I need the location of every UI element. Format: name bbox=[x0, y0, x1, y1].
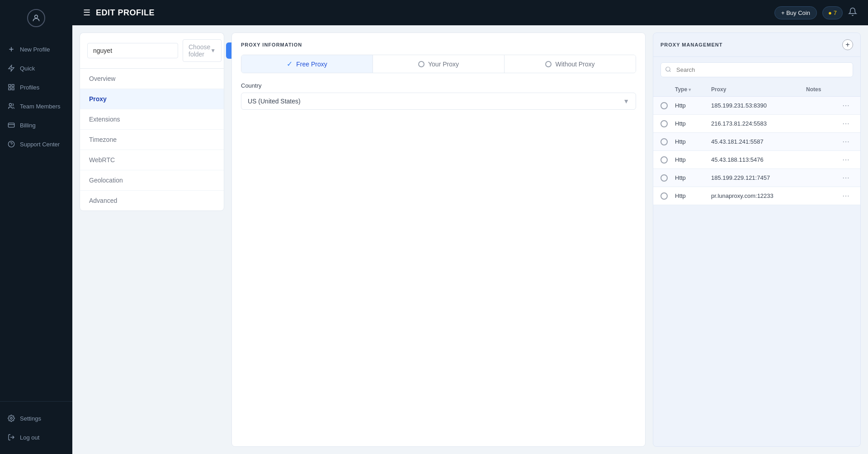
notification-icon[interactable] bbox=[848, 7, 857, 19]
proxy-type-1: Http bbox=[675, 120, 711, 127]
svg-point-13 bbox=[10, 417, 12, 419]
sidebar-item-team-members[interactable]: Team Members bbox=[0, 97, 72, 116]
chevron-down-icon: ▼ bbox=[623, 98, 629, 105]
tab-free-proxy[interactable]: ✓ Free Proxy bbox=[241, 55, 373, 73]
settings-icon bbox=[7, 414, 15, 422]
proxy-column-header: Proxy bbox=[711, 86, 806, 93]
sidebar-item-label: Team Members bbox=[20, 103, 61, 110]
proxy-menu-4[interactable]: ⋯ bbox=[842, 173, 853, 182]
proxy-radio-2[interactable] bbox=[660, 138, 668, 145]
proxy-row: Http pr.lunaproxy.com:12233 ⋯ bbox=[653, 187, 860, 205]
sidebar-item-settings[interactable]: Settings bbox=[0, 409, 72, 428]
proxy-menu-3[interactable]: ⋯ bbox=[842, 155, 853, 164]
proxy-menu-1[interactable]: ⋯ bbox=[842, 119, 853, 128]
proxy-type-4: Http bbox=[675, 174, 711, 181]
folder-placeholder: Choose folder bbox=[189, 43, 210, 58]
page-title: EDIT PROFILE bbox=[96, 8, 155, 18]
check-icon: ✓ bbox=[287, 60, 292, 68]
logout-icon bbox=[7, 433, 15, 441]
svg-rect-9 bbox=[8, 123, 14, 127]
menu-icon[interactable]: ☰ bbox=[83, 8, 90, 18]
topbar-left: ☰ EDIT PROFILE bbox=[83, 8, 155, 18]
svg-line-16 bbox=[670, 70, 671, 72]
coin-icon: ● bbox=[828, 9, 832, 16]
sidebar-item-label: Billing bbox=[20, 122, 36, 129]
proxy-addr-4: 185.199.229.121:7457 bbox=[711, 174, 806, 181]
sidebar-item-label: Quick bbox=[20, 65, 35, 72]
sidebar-footer: Settings Log out bbox=[0, 401, 72, 454]
proxy-type-0: Http bbox=[675, 102, 711, 109]
tab-without-proxy[interactable]: Without Proxy bbox=[505, 55, 636, 73]
content-area: Choose folder ▼ Update Overview Proxy Ex… bbox=[72, 25, 868, 454]
sidebar-item-label: Log out bbox=[20, 434, 39, 441]
sidebar: New Profile Quick Profiles Team Members … bbox=[0, 0, 72, 454]
proxy-row: Http 45.43.188.113:5476 ⋯ bbox=[653, 151, 860, 169]
svg-rect-7 bbox=[12, 88, 14, 90]
svg-rect-4 bbox=[9, 84, 11, 87]
sidebar-item-new-profile[interactable]: New Profile bbox=[0, 40, 72, 59]
proxy-table-header: Type ▾ Proxy Notes bbox=[653, 83, 860, 97]
proxy-table-body: Http 185.199.231.53:8390 ⋯ Http 216.173.… bbox=[653, 97, 860, 205]
proxy-info-title: PROXY INFORMATION bbox=[241, 42, 636, 47]
sidebar-item-logout[interactable]: Log out bbox=[0, 428, 72, 447]
profile-name-input[interactable] bbox=[87, 43, 178, 58]
country-label: Country bbox=[241, 82, 636, 89]
proxy-addr-2: 45.43.181.241:5587 bbox=[711, 138, 806, 145]
nav-item-timezone[interactable]: Timezone bbox=[80, 130, 224, 150]
nav-item-proxy[interactable]: Proxy bbox=[80, 89, 224, 109]
search-icon bbox=[665, 66, 671, 74]
proxy-row: Http 45.43.181.241:5587 ⋯ bbox=[653, 133, 860, 151]
sidebar-item-label: Support Center bbox=[20, 141, 60, 148]
proxy-menu-0[interactable]: ⋯ bbox=[842, 101, 853, 110]
sidebar-item-quick[interactable]: Quick bbox=[0, 59, 72, 78]
sidebar-nav: New Profile Quick Profiles Team Members … bbox=[0, 36, 72, 401]
type-column-header[interactable]: Type ▾ bbox=[675, 86, 711, 93]
proxy-radio-5[interactable] bbox=[660, 192, 668, 200]
proxy-search-container bbox=[660, 62, 853, 77]
right-content: PROXY INFORMATION ✓ Free Proxy Your Prox… bbox=[231, 33, 861, 447]
proxy-row: Http 185.199.231.53:8390 ⋯ bbox=[653, 97, 860, 115]
sidebar-item-label: Settings bbox=[20, 415, 41, 422]
proxy-radio-0[interactable] bbox=[660, 102, 668, 109]
sidebar-item-profiles[interactable]: Profiles bbox=[0, 78, 72, 97]
proxy-mgmt-title: PROXY MANAGEMENT bbox=[660, 42, 839, 47]
proxy-info-panel: PROXY INFORMATION ✓ Free Proxy Your Prox… bbox=[231, 33, 646, 447]
folder-select[interactable]: Choose folder ▼ bbox=[183, 39, 222, 62]
sidebar-item-label: Profiles bbox=[20, 84, 39, 91]
coin-badge: ● 7 bbox=[822, 6, 843, 19]
svg-marker-3 bbox=[9, 65, 14, 71]
proxy-row: Http 216.173.81.224:5583 ⋯ bbox=[653, 115, 860, 133]
chevron-down-icon: ▼ bbox=[210, 47, 216, 54]
nav-item-advanced[interactable]: Advanced bbox=[80, 191, 224, 211]
proxy-type-5: Http bbox=[675, 192, 711, 199]
country-select[interactable]: US (United States) ▼ bbox=[241, 93, 636, 110]
proxy-menu-2[interactable]: ⋯ bbox=[842, 137, 853, 146]
proxy-radio-1[interactable] bbox=[660, 120, 668, 127]
topbar-right: + Buy Coin ● 7 bbox=[774, 6, 857, 19]
tab-your-proxy[interactable]: Your Proxy bbox=[373, 55, 505, 73]
proxy-mgmt-header: PROXY MANAGEMENT + bbox=[653, 33, 860, 57]
profiles-icon bbox=[7, 83, 15, 91]
profile-nav: Overview Proxy Extensions Timezone WebRT… bbox=[80, 68, 224, 211]
proxy-addr-1: 216.173.81.224:5583 bbox=[711, 120, 806, 127]
topbar: ☰ EDIT PROFILE + Buy Coin ● 7 bbox=[72, 0, 868, 25]
proxy-tabs: ✓ Free Proxy Your Proxy Without Proxy bbox=[241, 55, 636, 73]
nav-item-overview[interactable]: Overview bbox=[80, 69, 224, 89]
proxy-radio-4[interactable] bbox=[660, 174, 668, 182]
proxy-search-input[interactable] bbox=[660, 62, 853, 77]
sidebar-item-billing[interactable]: Billing bbox=[0, 116, 72, 135]
nav-item-geolocation[interactable]: Geolocation bbox=[80, 170, 224, 191]
svg-rect-6 bbox=[9, 88, 11, 90]
buy-coin-button[interactable]: + Buy Coin bbox=[774, 6, 817, 19]
nav-item-webrtc[interactable]: WebRTC bbox=[80, 150, 224, 170]
main-area: ☰ EDIT PROFILE + Buy Coin ● 7 Choose fol… bbox=[72, 0, 868, 454]
sidebar-item-support[interactable]: Support Center bbox=[0, 135, 72, 154]
avatar[interactable] bbox=[27, 9, 45, 27]
svg-point-8 bbox=[9, 103, 11, 106]
proxy-type-2: Http bbox=[675, 138, 711, 145]
proxy-menu-5[interactable]: ⋯ bbox=[842, 192, 853, 200]
svg-point-0 bbox=[35, 15, 38, 18]
add-proxy-button[interactable]: + bbox=[842, 39, 853, 50]
nav-item-extensions[interactable]: Extensions bbox=[80, 109, 224, 130]
proxy-radio-3[interactable] bbox=[660, 156, 668, 164]
